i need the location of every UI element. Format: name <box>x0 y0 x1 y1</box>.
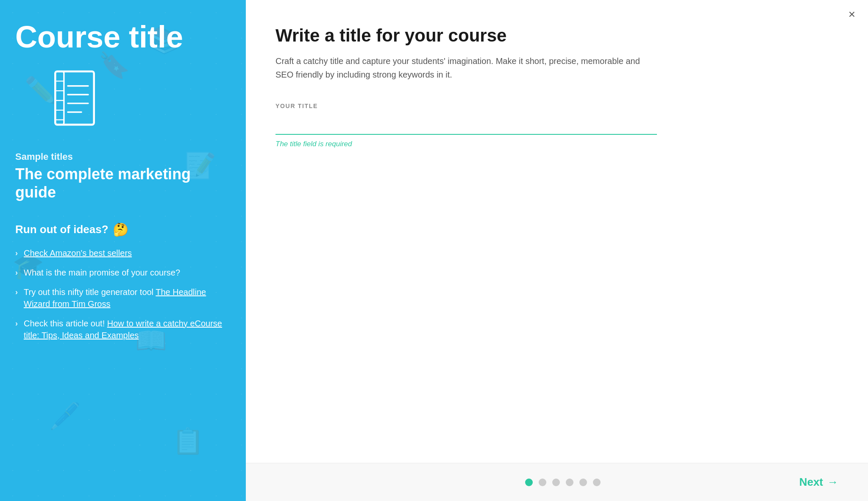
progress-dot-6 <box>593 479 601 486</box>
title-input-wrapper: The title field is required <box>275 116 657 148</box>
progress-dots <box>326 479 799 486</box>
next-button[interactable]: Next → <box>799 476 838 489</box>
progress-dot-3 <box>552 479 560 486</box>
amazon-link[interactable]: Check Amazon's best sellers <box>24 248 132 258</box>
next-arrow-icon: → <box>827 476 838 489</box>
progress-dot-1 <box>525 479 533 486</box>
close-button[interactable]: × <box>849 8 855 20</box>
svg-rect-0 <box>55 72 94 125</box>
title-input[interactable] <box>275 116 657 135</box>
book-icon <box>41 67 108 136</box>
svg-rect-1 <box>55 72 64 125</box>
sample-title-example: The complete marketing guide <box>15 165 231 201</box>
thinking-emoji: 🤔 <box>113 222 128 237</box>
idea-prefix: Try out this nifty title generator tool <box>24 287 156 297</box>
list-item: › What is the main promise of your cours… <box>15 267 231 278</box>
course-title-heading: Course title <box>15 20 231 54</box>
field-label: YOUR TITLE <box>275 103 838 109</box>
ideas-list: › Check Amazon's best sellers › What is … <box>15 247 231 341</box>
field-error-message: The title field is required <box>275 140 657 148</box>
left-panel: 📚 ✏️ 📝 🎓 📖 🖊️ 📋 🔖 Course title Sam <box>0 0 246 501</box>
idea-text: What is the main promise of your course? <box>24 267 180 278</box>
progress-dot-4 <box>566 479 573 486</box>
list-item: › Try out this nifty title generator too… <box>15 286 231 310</box>
right-footer: Next → <box>246 463 868 501</box>
list-item: › Check this article out! How to write a… <box>15 317 231 341</box>
chevron-icon: › <box>15 287 18 298</box>
progress-dot-2 <box>539 479 546 486</box>
right-content: Write a title for your course Craft a ca… <box>246 0 868 463</box>
panel-description: Craft a catchy title and capture your st… <box>275 54 640 81</box>
idea-prefix: Check this article out! <box>24 319 107 328</box>
sample-titles-label: Sample titles <box>15 151 231 162</box>
chevron-icon: › <box>15 248 18 259</box>
progress-dot-5 <box>579 479 587 486</box>
right-panel: × Write a title for your course Craft a … <box>246 0 868 501</box>
run-out-heading: Run out of ideas? 🤔 <box>15 222 231 237</box>
list-item: › Check Amazon's best sellers <box>15 247 231 259</box>
panel-title: Write a title for your course <box>275 25 838 46</box>
chevron-icon: › <box>15 267 18 278</box>
next-label: Next <box>799 476 823 489</box>
chevron-icon: › <box>15 318 18 329</box>
